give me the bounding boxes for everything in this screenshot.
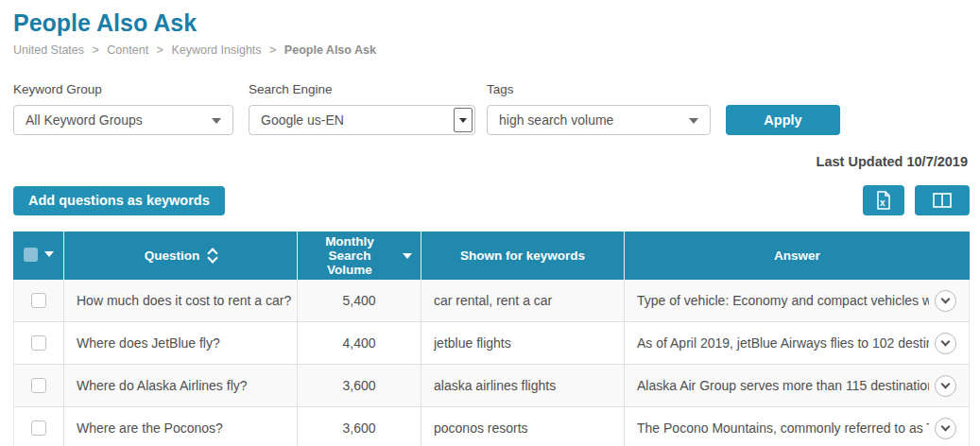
table-row: Where does JetBlue fly? 4,400 jetblue fl… — [13, 322, 970, 365]
search-engine-filter: Search Engine Google us-EN — [249, 82, 475, 135]
answer-cell: The Pocono Mountains, commonly referred … — [625, 407, 970, 446]
volume-cell: 5,400 — [298, 280, 421, 322]
chevron-down-icon — [689, 118, 698, 124]
sort-icon — [209, 249, 216, 262]
breadcrumb-current: People Also Ask — [284, 43, 376, 57]
question-header-label: Question — [145, 249, 200, 263]
table-row: Where do Alaska Airlines fly? 3,600 alas… — [13, 365, 970, 407]
sort-descending-icon — [403, 253, 412, 259]
answer-text: As of April 2019, jetBlue Airways flies … — [637, 335, 929, 351]
volume-cell: 3,600 — [298, 407, 421, 446]
search-engine-value: Google us-EN — [261, 112, 344, 128]
search-engine-select[interactable]: Google us-EN — [249, 105, 475, 135]
breadcrumb-item-united-states[interactable]: United States — [13, 43, 84, 57]
columns-button[interactable] — [915, 185, 970, 215]
add-questions-button[interactable]: Add questions as keywords — [13, 186, 225, 215]
tags-filter: Tags high search volume — [487, 82, 711, 135]
filters-row: Keyword Group All Keyword Groups Search … — [13, 82, 970, 135]
question-cell: Where are the Poconos? — [64, 407, 298, 446]
breadcrumb-item-content[interactable]: Content — [107, 43, 148, 57]
search-engine-label: Search Engine — [249, 82, 475, 96]
excel-export-button[interactable]: x — [863, 185, 904, 215]
row-checkbox[interactable] — [31, 420, 46, 436]
table-row: How much does it cost to rent a car? 5,4… — [13, 280, 970, 322]
page-title: People Also Ask — [13, 9, 970, 37]
last-updated-text: Last Updated 10/7/2019 — [13, 154, 970, 169]
question-cell: Where do Alaska Airlines fly? — [64, 365, 298, 407]
answer-cell: Alaska Air Group serves more than 115 de… — [625, 365, 970, 407]
select-all-checkbox[interactable] — [24, 248, 38, 262]
volume-column-header[interactable]: Monthly Search Volume — [298, 232, 421, 280]
question-column-header[interactable]: Question — [64, 232, 298, 280]
svg-text:x: x — [880, 197, 885, 208]
keywords-cell: jetblue flights — [421, 322, 625, 365]
answer-column-header[interactable]: Answer — [625, 232, 970, 280]
keywords-cell: poconos resorts — [421, 407, 625, 446]
breadcrumb-separator: > — [269, 43, 276, 57]
keywords-header-label: Shown for keywords — [460, 249, 585, 263]
breadcrumb-separator: > — [157, 43, 163, 57]
expand-answer-button[interactable] — [935, 333, 956, 354]
keyword-group-select[interactable]: All Keyword Groups — [13, 105, 233, 135]
breadcrumb-item-keyword-insights[interactable]: Keyword Insights — [171, 43, 261, 57]
excel-export-icon: x — [875, 191, 892, 210]
chevron-down-icon — [212, 118, 221, 124]
keywords-cell: car rental, rent a car — [421, 280, 625, 322]
row-checkbox[interactable] — [31, 293, 46, 308]
volume-header-label: Monthly Search Volume — [306, 234, 393, 277]
chevron-down-icon — [454, 108, 473, 132]
keyword-group-label: Keyword Group — [13, 82, 233, 96]
answer-text: The Pocono Mountains, commonly referred … — [637, 420, 929, 436]
tags-label: Tags — [487, 82, 711, 96]
keywords-column-header[interactable]: Shown for keywords — [421, 232, 625, 280]
answer-cell: Type of vehicle: Economy and compact veh… — [625, 280, 970, 322]
question-cell: How much does it cost to rent a car? — [64, 280, 298, 322]
table-row: Where are the Poconos? 3,600 poconos res… — [13, 407, 970, 446]
row-checkbox[interactable] — [31, 335, 46, 351]
columns-icon — [933, 193, 952, 208]
chevron-down-icon — [44, 251, 54, 257]
tags-value: high search volume — [499, 112, 613, 128]
keyword-group-value: All Keyword Groups — [26, 112, 143, 128]
answer-header-label: Answer — [774, 249, 820, 263]
question-cell: Where does JetBlue fly? — [64, 322, 298, 365]
breadcrumb: United States > Content > Keyword Insigh… — [13, 43, 970, 57]
expand-answer-button[interactable] — [935, 290, 956, 312]
volume-cell: 4,400 — [298, 322, 421, 365]
expand-answer-button[interactable] — [935, 418, 956, 439]
answer-cell: As of April 2019, jetBlue Airways flies … — [625, 322, 970, 365]
page-root: People Also Ask United States > Content … — [0, 0, 980, 446]
chevron-down-icon — [941, 295, 951, 304]
expand-answer-button[interactable] — [935, 375, 956, 397]
chevron-down-icon — [941, 422, 951, 432]
apply-button[interactable]: Apply — [726, 105, 840, 135]
row-checkbox[interactable] — [31, 378, 46, 393]
chevron-down-icon — [941, 337, 951, 347]
questions-table: Question Monthly Search Volume — [13, 232, 970, 446]
volume-cell: 3,600 — [298, 365, 421, 407]
keywords-cell: alaska airlines flights — [421, 365, 625, 407]
toolbar: Add questions as keywords x — [13, 185, 970, 215]
chevron-down-icon — [941, 380, 951, 389]
keyword-group-filter: Keyword Group All Keyword Groups — [13, 82, 233, 135]
answer-text: Alaska Air Group serves more than 115 de… — [637, 378, 929, 393]
breadcrumb-separator: > — [93, 43, 99, 57]
table-header-row: Question Monthly Search Volume — [13, 232, 970, 280]
tags-select[interactable]: high search volume — [487, 105, 711, 135]
toolbar-icon-buttons: x — [863, 185, 970, 215]
answer-text: Type of vehicle: Economy and compact veh… — [637, 293, 929, 308]
select-all-header[interactable] — [13, 232, 64, 280]
